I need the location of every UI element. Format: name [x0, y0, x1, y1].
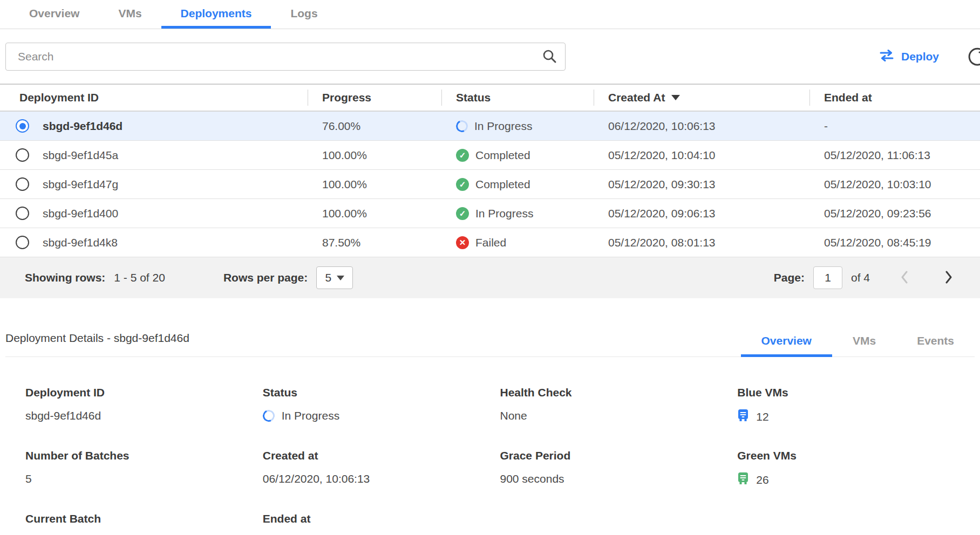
progress-value: 87.50%: [308, 236, 441, 249]
deployment-id-value: sbgd-9ef1d47g: [43, 178, 118, 191]
field-created-at: Created at 06/12/2020, 10:06:13: [263, 449, 500, 488]
in-progress-spinner-icon: [454, 118, 469, 133]
tab-deployments[interactable]: Deployments: [161, 0, 271, 29]
details-tab-vms[interactable]: VMs: [832, 334, 896, 356]
field-label: Current Batch: [25, 512, 263, 525]
showing-rows-value: 1 - 5 of 20: [114, 271, 165, 284]
status-label: Completed: [475, 178, 530, 191]
column-header-label: Progress: [322, 91, 371, 104]
row-radio[interactable]: [16, 177, 29, 191]
sort-desc-icon: [671, 95, 680, 100]
vm-green-icon: [737, 472, 749, 488]
field-value: 900 seconds: [500, 472, 564, 485]
showing-rows-label: Showing rows:: [25, 271, 105, 284]
swap-arrows-icon: [879, 50, 894, 64]
completed-check-icon: [456, 178, 469, 191]
status-label: Completed: [475, 149, 530, 162]
table-footer: Showing rows: 1 - 5 of 20 Rows per page:…: [0, 257, 980, 298]
column-header-progress[interactable]: Progress: [308, 91, 441, 104]
created-at-value: 05/12/2020, 10:04:10: [594, 149, 809, 162]
column-header-ended-at[interactable]: Ended at: [809, 91, 980, 104]
next-page-button[interactable]: [942, 268, 955, 288]
ended-at-value: -: [809, 120, 980, 133]
ended-at-value: 05/12/2020, 08:45:19: [809, 236, 980, 249]
field-value: 26: [756, 474, 768, 486]
field-number-of-batches: Number of Batches 5: [25, 449, 263, 488]
field-ended-at: Ended at -: [263, 512, 500, 535]
rows-per-page-select[interactable]: 5: [316, 266, 353, 289]
table-row[interactable]: sbgd-9ef1d47g 100.00% Completed 05/12/20…: [0, 170, 980, 199]
table-row[interactable]: sbgd-9ef1d400 100.00% In Progress 05/12/…: [0, 199, 980, 228]
field-deployment-id: Deployment ID sbgd-9ef1d46d: [25, 386, 263, 424]
search-box: [5, 43, 566, 71]
row-radio-selected[interactable]: [16, 119, 29, 133]
ended-at-value: 05/12/2020, 11:06:13: [809, 149, 980, 162]
row-radio[interactable]: [16, 148, 29, 162]
field-green-vms: Green VMs 26: [737, 449, 975, 488]
tab-logs[interactable]: Logs: [271, 0, 337, 29]
field-label: Green VMs: [737, 449, 975, 462]
rows-per-page-value: 5: [325, 271, 331, 284]
details-fields-grid: Deployment ID sbgd-9ef1d46d Status In Pr…: [5, 386, 975, 535]
column-header-label: Deployment ID: [19, 91, 99, 104]
field-value: 06/12/2020, 10:06:13: [263, 472, 370, 485]
page-number-input[interactable]: [813, 266, 842, 289]
search-input[interactable]: [6, 43, 565, 70]
page-label: Page:: [774, 271, 805, 284]
field-label: Grace Period: [500, 449, 738, 462]
table-row[interactable]: sbgd-9ef1d4k8 87.50% Failed 05/12/2020, …: [0, 228, 980, 257]
prev-page-button[interactable]: [898, 268, 911, 288]
details-tab-overview[interactable]: Overview: [741, 334, 832, 356]
created-at-value: 05/12/2020, 08:01:13: [594, 236, 809, 249]
details-tabbar: Overview VMs Events: [741, 334, 975, 356]
chevron-down-icon: [337, 276, 344, 280]
search-icon: [541, 49, 557, 67]
column-header-status[interactable]: Status: [441, 91, 594, 104]
row-radio[interactable]: [16, 236, 29, 249]
progress-value: 100.00%: [308, 207, 441, 220]
tab-overview[interactable]: Overview: [10, 0, 99, 29]
status-label: In Progress: [475, 207, 533, 220]
tab-vms[interactable]: VMs: [99, 0, 161, 29]
table-row[interactable]: sbgd-9ef1d46d 76.00% In Progress 06/12/2…: [0, 112, 980, 141]
column-header-deployment-id[interactable]: Deployment ID: [0, 91, 308, 104]
ended-at-value: 05/12/2020, 10:03:10: [809, 178, 980, 191]
field-value: None: [500, 409, 527, 422]
field-label: Deployment ID: [25, 386, 263, 399]
field-label: Ended at: [263, 512, 500, 525]
field-label: Status: [263, 386, 500, 399]
progress-value: 76.00%: [308, 120, 441, 133]
failed-x-icon: [456, 236, 469, 249]
table-row[interactable]: sbgd-9ef1d45a 100.00% Completed 05/12/20…: [0, 141, 980, 170]
table-header-row: Deployment ID Progress Status Created At…: [0, 84, 980, 112]
deployment-id-value: sbgd-9ef1d46d: [43, 120, 122, 133]
deployment-details-section: Deployment Details - sbgd-9ef1d46d Overv…: [0, 332, 980, 535]
field-health-check: Health Check None: [500, 386, 738, 424]
column-header-label: Created At: [608, 91, 665, 104]
vm-blue-icon: [737, 409, 749, 424]
status-label: In Progress: [474, 120, 532, 133]
column-header-created-at[interactable]: Created At: [594, 91, 809, 104]
field-value: In Progress: [282, 409, 339, 422]
column-header-label: Status: [456, 91, 491, 104]
field-label: Created at: [263, 449, 500, 462]
field-current-batch: Current Batch 5: [25, 512, 263, 535]
ended-at-value: 05/12/2020, 09:23:56: [809, 207, 980, 220]
details-tab-events[interactable]: Events: [896, 334, 975, 356]
field-label: Number of Batches: [25, 449, 263, 462]
deployment-id-value: sbgd-9ef1d45a: [43, 149, 118, 162]
deploy-button-label: Deploy: [901, 50, 939, 63]
field-value: 5: [25, 472, 32, 485]
rows-per-page-label: Rows per page:: [223, 271, 308, 284]
page-total: of 4: [851, 271, 870, 284]
column-header-label: Ended at: [824, 91, 872, 104]
created-at-value: 06/12/2020, 10:06:13: [594, 120, 809, 133]
field-label: Health Check: [500, 386, 738, 399]
completed-check-icon: [456, 149, 469, 162]
created-at-value: 05/12/2020, 09:30:13: [594, 178, 809, 191]
refresh-icon[interactable]: [965, 45, 980, 68]
deploy-button[interactable]: Deploy: [879, 50, 939, 64]
row-radio[interactable]: [16, 207, 29, 220]
created-at-value: 05/12/2020, 09:06:13: [594, 207, 809, 220]
field-value: 12: [756, 410, 768, 423]
